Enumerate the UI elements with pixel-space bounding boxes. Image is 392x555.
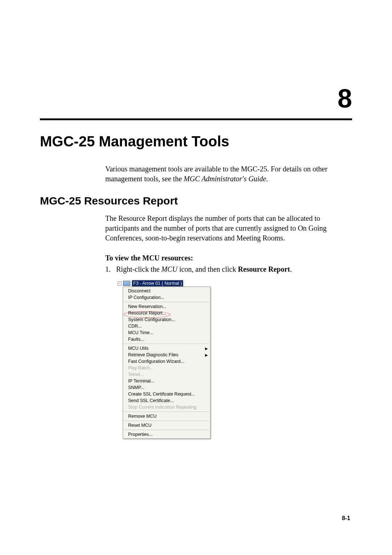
tree-collapse-icon[interactable]: − (118, 281, 122, 285)
menu-item[interactable]: MCU Time... (123, 329, 210, 336)
menu-item[interactable]: Fast Configuration Wizard... (123, 358, 210, 365)
mcu-icon (123, 281, 130, 286)
intro-guide-name: MGC Administrator's Guide (184, 175, 266, 183)
menu-item[interactable]: IP Terminal... (123, 378, 210, 384)
chapter-title: MGC-25 Management Tools (40, 133, 352, 150)
section-heading: MGC-25 Resources Report (40, 195, 352, 207)
menu-item[interactable]: New Reservation... (123, 303, 210, 310)
step-mcu-emphasis: MCU (161, 265, 177, 273)
menu-item: Play Batch... (123, 365, 210, 371)
submenu-arrow-icon: ▶ (205, 347, 208, 351)
menu-item[interactable]: Properties... (123, 431, 210, 438)
menu-item[interactable]: Retrieve Diagnostic Files▶ (123, 352, 210, 358)
section-paragraph: The Resource Report displays the number … (105, 214, 352, 243)
intro-after: . (266, 175, 268, 183)
menu-item[interactable]: SNMP... (123, 384, 210, 391)
menu-separator (124, 421, 209, 421)
page-number: 8-1 (342, 515, 350, 522)
step-pre: Right-click the (116, 265, 161, 273)
submenu-arrow-icon: ▶ (205, 353, 208, 357)
menu-item[interactable]: Create SSL Certificate Request... (123, 391, 210, 397)
menu-separator (124, 302, 209, 302)
menu-item[interactable]: Remove MCU (123, 413, 210, 420)
menu-item: Telnet... (123, 371, 210, 378)
menu-item[interactable]: System Configuration... (123, 316, 210, 323)
menu-separator (124, 430, 209, 430)
tree-node-label[interactable]: F3 - Arrow 01 ( Normal ) (132, 280, 183, 287)
step-after: . (290, 265, 292, 273)
menu-item[interactable]: Reset MCU (123, 422, 210, 429)
chapter-number: 8 (40, 84, 352, 113)
menu-item[interactable]: Send SSL Certificate... (123, 397, 210, 404)
step-1: 1. Right-click the MCU icon, and then cl… (105, 265, 352, 274)
menu-item[interactable]: Resource Report... (123, 310, 210, 316)
chapter-rule (40, 118, 352, 120)
step-text: Right-click the MCU icon, and then click… (116, 265, 292, 274)
step-target-bold: Resource Report (238, 265, 290, 273)
tree-node-row[interactable]: − F3 - Arrow 01 ( Normal ) (116, 280, 211, 287)
menu-item[interactable]: Faults... (123, 336, 210, 343)
procedure-heading: To view the MCU resources: (105, 254, 352, 262)
menu-item: Stop Current Indication Repeating (123, 404, 210, 410)
menu-item[interactable]: Disconnect (123, 288, 210, 294)
menu-separator (124, 344, 209, 344)
menu-item[interactable]: CDR... (123, 323, 210, 329)
step-mid: icon, and then click (177, 265, 238, 273)
intro-paragraph: Various management tools are available t… (105, 164, 352, 184)
menu-item[interactable]: MCU Utils▶ (123, 345, 210, 352)
screenshot-context-menu: − F3 - Arrow 01 ( Normal ) DisconnectIP … (116, 280, 211, 439)
step-number: 1. (105, 265, 116, 274)
menu-item[interactable]: IP Configuration... (123, 294, 210, 301)
menu-separator (124, 412, 209, 412)
context-menu: DisconnectIP Configuration...New Reserva… (123, 287, 211, 439)
